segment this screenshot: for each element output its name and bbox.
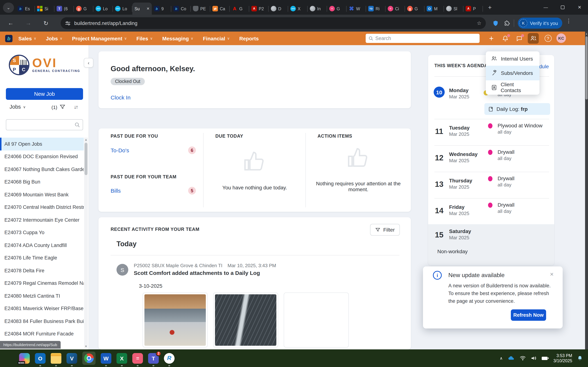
attachment-photo[interactable] (143, 292, 208, 348)
browser-tab-active[interactable]: Su✕ (132, 3, 152, 15)
restore-button[interactable] (554, 0, 571, 15)
job-list-item[interactable]: E24074 ADA County Landfill (0, 239, 84, 251)
event-label[interactable]: Plywood at Window (498, 123, 542, 128)
browser-tab[interactable]: b9 (152, 3, 171, 15)
job-list-item[interactable]: E24076 Life Time Eagle (0, 251, 84, 264)
menu-item-subs-vendors[interactable]: Subs/Vendors (486, 66, 539, 80)
close-window-button[interactable]: ✕ (571, 0, 588, 15)
teams-icon[interactable]: T2 (148, 353, 159, 364)
scroll-down-icon[interactable]: ▼ (84, 344, 88, 349)
activity-summary[interactable]: Scott Comfort added attachments to a Dai… (134, 270, 260, 276)
event-label[interactable]: Drywall (498, 175, 515, 181)
jobs-sort-icon[interactable]: ↓↑ (74, 104, 78, 110)
toast-close-icon[interactable]: ✕ (550, 272, 554, 277)
nav-financial[interactable]: Financial∨ (203, 35, 230, 41)
browser-tab[interactable]: xeroLo (93, 3, 113, 15)
page-scrollbar[interactable]: ▲ (585, 32, 588, 349)
clock-in-link[interactable]: Clock In (111, 94, 130, 100)
browser-tab[interactable]: gG (74, 3, 93, 15)
job-list-item[interactable]: E24066 DOC Expansion Revised (0, 150, 84, 163)
browser-menu-icon[interactable]: ⋮ (566, 18, 571, 24)
extensions-puzzle-icon[interactable] (504, 20, 510, 26)
menu-item-client-contacts[interactable]: Client Contacts (486, 80, 539, 95)
forward-button[interactable]: → (23, 18, 34, 29)
job-list-item[interactable]: E24072 Intermountain Eye Center (0, 214, 84, 226)
m365-copilot-icon[interactable]: M365 (19, 353, 30, 364)
refresh-button[interactable]: ↻ (40, 18, 52, 29)
user-avatar[interactable]: KC (556, 33, 566, 43)
browser-tab[interactable]: TDRi (366, 3, 386, 15)
job-list-item[interactable]: E24081 Maverick Weiser FRP/Base (0, 302, 84, 315)
nav-sales[interactable]: Sales∨ (18, 35, 36, 41)
jobs-filter-funnel-icon[interactable] (60, 104, 65, 110)
job-list-item[interactable]: E24080 Metzli Cantina TI (0, 290, 84, 302)
sidebar-collapse-icon[interactable]: ‹ (84, 58, 93, 67)
todos-link[interactable]: To-Do's (111, 147, 129, 153)
outlook-icon[interactable]: O (35, 353, 46, 364)
jobs-dropdown[interactable]: Jobs∨ (9, 104, 26, 110)
job-list-item-selected[interactable]: All 97 Open Jobs (0, 138, 84, 150)
nav-messaging[interactable]: Messaging∨ (162, 35, 193, 41)
browser-tab[interactable]: AP (463, 3, 483, 15)
new-tab-button[interactable]: + (485, 3, 495, 12)
notifications-bell-icon[interactable] (500, 33, 511, 44)
browser-tab[interactable]: gG (405, 3, 424, 15)
bills-link[interactable]: Bills (111, 188, 121, 194)
nav-jobs[interactable]: Jobs∨ (46, 35, 62, 41)
tray-notifications-bell-icon[interactable] (577, 355, 583, 361)
job-list-item[interactable]: E24083 84 Fuller Business Park Buildin..… (0, 315, 84, 327)
site-settings-icon[interactable] (65, 20, 70, 26)
refresh-now-button[interactable]: Refresh Now (511, 309, 546, 321)
browser-tab[interactable]: xeroX (288, 3, 308, 15)
search-input[interactable] (375, 36, 477, 41)
browser-tab[interactable]: bEs (16, 3, 35, 15)
scroll-up-icon[interactable]: ▲ (84, 138, 88, 142)
new-job-button[interactable]: New Job (6, 88, 83, 100)
job-list-item[interactable]: E24084 MOR Furniture Facade (0, 327, 84, 340)
activity-filter-button[interactable]: Filter (370, 224, 400, 236)
browser-tab[interactable]: PE (191, 3, 210, 15)
global-search[interactable] (366, 34, 480, 43)
browser-tab[interactable]: ≡Ci (386, 3, 405, 15)
word-icon[interactable]: W (101, 353, 111, 364)
browser-tab[interactable]: OM (424, 3, 444, 15)
event-label[interactable]: Drywall (498, 202, 515, 208)
menu-item-internal-users[interactable]: Internal Users (486, 51, 539, 66)
buildertrend-logo[interactable]: b (5, 35, 12, 42)
job-list-item[interactable]: E24079 Regal Cinemas Remodel Nampa (0, 277, 84, 290)
tab-close-icon[interactable]: ✕ (147, 7, 150, 11)
job-search-input[interactable] (9, 122, 75, 127)
browser-tab[interactable]: D (269, 3, 288, 15)
job-list-item[interactable]: E24073 Cuppa Yo (0, 226, 84, 239)
event-label[interactable]: Drywall (498, 149, 515, 155)
quick-add-icon[interactable]: + (486, 33, 497, 44)
help-icon[interactable]: ? (542, 33, 553, 44)
activity-job-name[interactable]: P25002 SBUX Maple Grove & Chinden TI (134, 263, 222, 268)
browser-tab[interactable]: Si (35, 3, 54, 15)
onedrive-icon[interactable] (508, 356, 515, 361)
browser-tab[interactable]: In (308, 3, 327, 15)
browser-tab[interactable]: AG (230, 3, 249, 15)
buildertrend-app-icon[interactable]: = (132, 353, 143, 364)
scroll-up-icon[interactable]: ▲ (585, 32, 588, 36)
full-schedule-link[interactable]: dule (539, 64, 549, 69)
browser-tab[interactable]: bCo (171, 3, 191, 15)
job-list-item[interactable]: E24078 Delta Fire (0, 264, 84, 277)
wifi-icon[interactable] (520, 356, 526, 361)
tray-expand-icon[interactable]: ∧ (500, 356, 503, 361)
job-list-item[interactable]: E24068 Big Bun (0, 175, 84, 188)
address-bar[interactable]: buildertrend.net/app/Landing ☆ (61, 17, 486, 29)
scrollbar-thumb[interactable] (585, 36, 588, 100)
browser-tab[interactable]: ⌘W (346, 3, 366, 15)
job-list-item[interactable]: E24069 Mountain West Bank (0, 188, 84, 201)
browser-tab[interactable]: T(6 (54, 3, 74, 15)
start-button[interactable] (5, 354, 14, 363)
attachment-photo[interactable] (284, 292, 349, 348)
taskbar-clock[interactable]: 3:53 PM 3/10/2025 (553, 353, 572, 363)
browser-tab[interactable]: AP2 (249, 3, 269, 15)
battery-icon[interactable] (542, 357, 549, 360)
bookmark-star-icon[interactable]: ☆ (477, 20, 481, 26)
job-list-scrollbar[interactable]: ▲ ▼ (84, 138, 88, 349)
revu-icon[interactable]: R (164, 353, 174, 364)
messages-icon[interactable] (514, 33, 525, 44)
